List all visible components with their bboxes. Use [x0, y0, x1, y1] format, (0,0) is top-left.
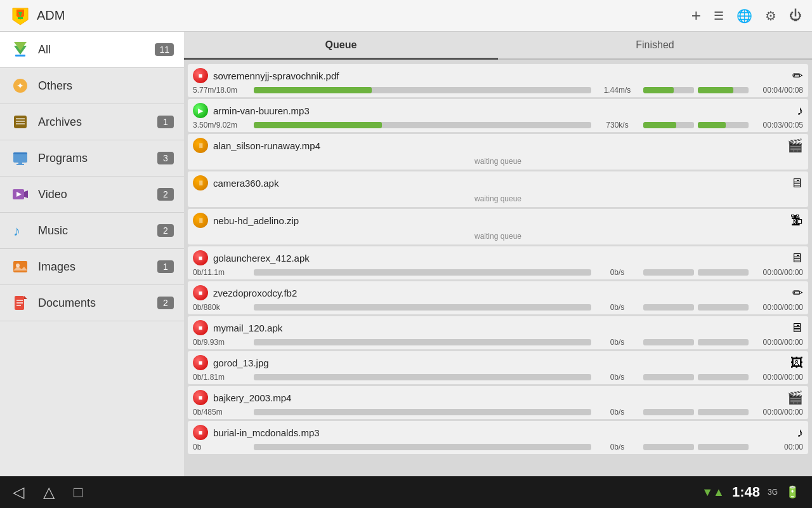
signal-badge: 3G	[768, 488, 778, 497]
badge-archives: 1	[157, 116, 174, 128]
waiting-label: waiting queue	[193, 193, 803, 204]
file-type-icon-dl3: 🎬	[787, 138, 803, 153]
filename-dl10: bajkery_2003.mp4	[213, 392, 782, 403]
globe-button[interactable]: 🌐	[737, 8, 752, 23]
download-item-dl6[interactable]: ■ golauncherex_412.apk 🖥 0b/11.1m 0b/s 0…	[188, 246, 808, 279]
file-type-icon-dl1: ✏	[792, 68, 803, 83]
progress-row: 3.50m/9.02m 730k/s 00:03/00:05	[193, 121, 803, 130]
add-button[interactable]: +	[691, 6, 701, 25]
filename-dl9: gorod_13.jpg	[213, 358, 785, 368]
status-button-dl2[interactable]: ▶	[193, 103, 208, 118]
status-button-dl3[interactable]: ⏸	[193, 138, 208, 153]
svg-rect-27	[16, 302, 23, 304]
time-label: 00:04/00:08	[752, 86, 803, 95]
sidebar-item-documents[interactable]: Documents 2	[0, 285, 184, 321]
progress-bar3	[698, 269, 749, 276]
status-button-dl5[interactable]: ⏸	[193, 213, 208, 228]
speed-label: 0b/s	[595, 268, 639, 277]
download-item-dl5[interactable]: ⏸ nebu-hd_adelino.zip 🗜 waiting queue	[188, 209, 808, 244]
time-label: 00:00/00:00	[752, 373, 803, 382]
tab-queue[interactable]: Queue	[184, 32, 498, 58]
app-logo	[10, 6, 30, 26]
speed-label: 0b/s	[595, 443, 639, 451]
time-label: 00:00/00:00	[752, 303, 803, 312]
file-type-icon-dl8: 🖥	[790, 321, 803, 335]
waiting-label: waiting queue	[193, 156, 803, 167]
size-label: 0b/9.93m	[193, 338, 250, 347]
waiting-label: waiting queue	[193, 231, 803, 242]
sidebar-label-music: Music	[38, 224, 157, 237]
music-icon: ♪	[10, 220, 30, 241]
progress-bar1	[254, 409, 591, 415]
tabs-bar: QueueFinished	[184, 32, 812, 60]
sidebar-item-video[interactable]: Video 2	[0, 177, 184, 213]
progress-bar2	[643, 269, 694, 276]
progress-row: 5.77m/18.0m 1.44m/s 00:04/00:08	[193, 86, 803, 95]
status-button-dl8[interactable]: ■	[193, 320, 208, 335]
menu-button[interactable]: ☰	[714, 9, 724, 23]
progress-bar1	[254, 269, 591, 276]
file-type-icon-dl5: 🗜	[790, 213, 803, 228]
sidebar-item-archives[interactable]: Archives 1	[0, 104, 184, 140]
progress-bar1	[254, 374, 591, 380]
svg-rect-16	[16, 164, 24, 165]
status-button-dl10[interactable]: ■	[193, 390, 208, 405]
clock-display: 1:48	[732, 484, 760, 500]
progress-bar3	[698, 304, 749, 311]
download-item-dl11[interactable]: ■ burial-in_mcdonalds.mp3 ♪ 0b 0b/s 00:0…	[188, 421, 808, 454]
download-item-dl1[interactable]: ■ sovremennyjj-spravochnik.pdf ✏ 5.77m/1…	[188, 64, 808, 97]
filename-dl6: golauncherex_412.apk	[213, 253, 785, 264]
download-item-dl4[interactable]: ⏸ camera360.apk 🖥 waiting queue	[188, 171, 808, 207]
network-icon: ▼▲	[702, 486, 724, 499]
svg-rect-11	[16, 121, 25, 122]
back-button[interactable]: ◁	[13, 483, 24, 501]
settings-button[interactable]: ⚙	[765, 8, 776, 23]
sidebar-item-others[interactable]: ✦ Others	[0, 68, 184, 104]
status-button-dl9[interactable]: ■	[193, 355, 208, 370]
progress-bar2	[643, 87, 694, 93]
download-item-dl2[interactable]: ▶ armin-van-buuren.mp3 ♪ 3.50m/9.02m 730…	[188, 99, 808, 132]
download-item-dl8[interactable]: ■ mymail_120.apk 🖥 0b/9.93m 0b/s 00:00/0…	[188, 316, 808, 349]
all-icon	[10, 39, 30, 60]
progress-bar3	[698, 122, 749, 128]
power-button[interactable]: ⏻	[789, 8, 802, 23]
size-label: 0b/11.1m	[193, 268, 250, 277]
sidebar-item-programs[interactable]: Programs 3	[0, 140, 184, 177]
size-label: 3.50m/9.02m	[193, 121, 250, 130]
download-item-dl3[interactable]: ⏸ alan_silson-runaway.mp4 🎬 waiting queu…	[188, 134, 808, 170]
bottombar: ◁ △ □ ▼▲ 1:48 3G 🔋	[0, 476, 812, 508]
size-label: 0b/485m	[193, 408, 250, 417]
download-item-dl7[interactable]: ■ zvezdoproxodcy.fb2 ✏ 0b/880k 0b/s 00:0…	[188, 281, 808, 314]
home-button[interactable]: △	[43, 483, 55, 501]
status-button-dl7[interactable]: ■	[193, 285, 208, 300]
time-label: 00:00/00:00	[752, 268, 803, 277]
sidebar-label-images: Images	[38, 260, 157, 274]
filename-dl8: mymail_120.apk	[213, 323, 785, 333]
recents-button[interactable]: □	[74, 483, 83, 501]
filename-dl2: armin-van-buuren.mp3	[213, 105, 792, 116]
dl-header: ⏸ alan_silson-runaway.mp4 🎬	[193, 138, 803, 153]
sidebar-item-all[interactable]: All 11	[0, 32, 184, 68]
dl-header: ■ mymail_120.apk 🖥	[193, 320, 803, 335]
main-layout: All 11 ✦ Others Archives 1 Programs 3 Vi…	[0, 32, 812, 476]
progress-bar1	[254, 304, 591, 311]
status-button-dl1[interactable]: ■	[193, 68, 208, 83]
download-item-dl10[interactable]: ■ bajkery_2003.mp4 🎬 0b/485m 0b/s 00:00/…	[188, 386, 808, 419]
svg-text:✦: ✦	[16, 81, 24, 91]
dl-header: ■ zvezdoproxodcy.fb2 ✏	[193, 285, 803, 300]
sidebar-item-images[interactable]: Images 1	[0, 249, 184, 285]
progress-row: 0b 0b/s 00:00	[193, 443, 803, 451]
progress-bar3	[698, 87, 749, 93]
dl-header: ▶ armin-van-buuren.mp3 ♪	[193, 103, 803, 118]
download-item-dl9[interactable]: ■ gorod_13.jpg 🖼 0b/1.81m 0b/s 00:00/00:…	[188, 351, 808, 384]
svg-marker-18	[24, 190, 28, 198]
progress-bar1	[254, 122, 591, 128]
status-button-dl4[interactable]: ⏸	[193, 175, 208, 190]
status-button-dl6[interactable]: ■	[193, 250, 208, 265]
dl-header: ⏸ nebu-hd_adelino.zip 🗜	[193, 213, 803, 228]
progress-row: 0b/11.1m 0b/s 00:00/00:00	[193, 268, 803, 277]
tab-finished[interactable]: Finished	[498, 32, 812, 58]
file-type-icon-dl10: 🎬	[787, 390, 803, 405]
sidebar-item-music[interactable]: ♪ Music 2	[0, 213, 184, 249]
status-button-dl11[interactable]: ■	[193, 425, 208, 440]
